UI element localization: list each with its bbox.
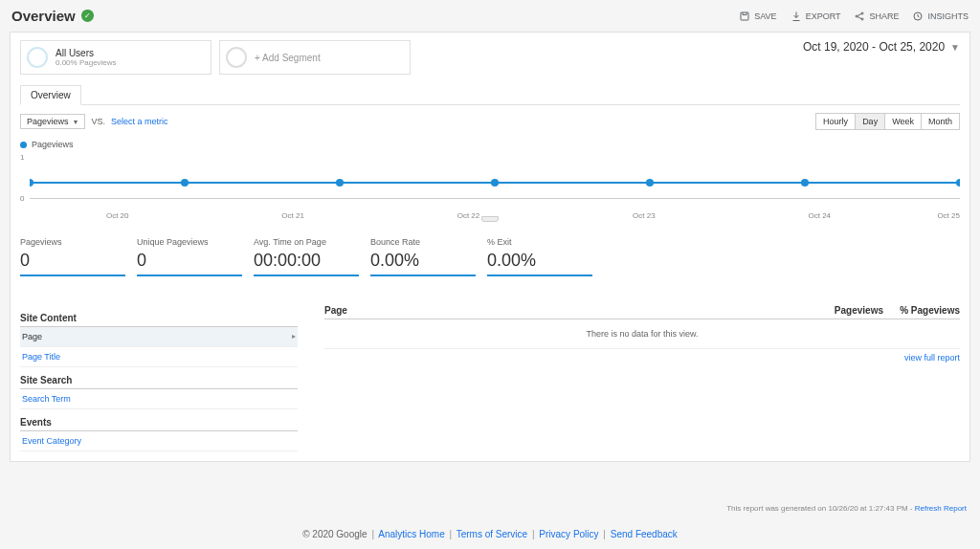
report-generated-text: This report was generated on 10/26/20 at… [726,504,967,513]
segment-circle-icon [27,47,48,68]
metric-label: Bounce Rate [370,237,476,247]
metric-underline [137,274,242,276]
export-icon [791,11,802,22]
segment-subtitle: 0.00% Pageviews [56,58,117,67]
footer: © 2020 Google | Analytics Home | Terms o… [0,529,980,539]
footer-privacy[interactable]: Privacy Policy [539,529,598,539]
metric-pageviews[interactable]: Pageviews 0 [20,237,125,276]
metric-bounce-rate[interactable]: Bounce Rate 0.00% [370,237,476,276]
shield-check-icon [81,10,94,22]
date-range-label: Oct 19, 2020 - Oct 25, 2020 [803,40,945,54]
metrics-row: Pageviews 0 Unique Pageviews 0 Avg. Time… [20,237,960,276]
section-site-content: Site Content [20,313,298,327]
tab-overview[interactable]: Overview [20,85,81,105]
dim-page-title[interactable]: Page Title [20,347,298,367]
metric-underline [487,274,592,276]
dim-search-term[interactable]: Search Term [20,389,298,409]
footer-terms[interactable]: Terms of Service [457,529,527,539]
share-label: SHARE [869,11,899,21]
chart-grip-icon[interactable] [481,216,499,222]
export-label: EXPORT [806,11,841,21]
y-tick-1: 1 [20,153,24,162]
share-button[interactable]: SHARE [854,11,899,22]
metric-unique-pageviews[interactable]: Unique Pageviews 0 [137,237,242,276]
metric-value: 0 [137,251,242,271]
line-chart: 1 0 Oct 20 Oct 21 Oct 22 Oct 23 Oct 24 O… [20,153,960,220]
select-metric-link[interactable]: Select a metric [111,117,168,126]
refresh-report-link[interactable]: Refresh Report [915,504,967,513]
view-full-report-link[interactable]: view full report [324,353,960,362]
segment-all-users[interactable]: All Users 0.00% Pageviews [20,40,212,75]
metric-underline [20,274,125,276]
metric-exit[interactable]: % Exit 0.00% [487,237,592,276]
metric-dropdown[interactable]: Pageviews ▼ [20,114,85,129]
granularity-day[interactable]: Day [856,114,885,129]
insights-label: INSIGHTS [927,11,969,21]
dim-page[interactable]: Page [20,327,298,347]
svg-point-3 [861,18,863,20]
footer-analytics-home[interactable]: Analytics Home [378,529,444,539]
insights-icon [912,11,924,22]
section-events: Events [20,417,298,431]
legend-dot-icon [20,142,27,148]
svg-point-10 [646,179,654,187]
svg-rect-0 [741,12,748,20]
chevron-down-icon: ▼ [950,42,960,53]
no-data-message: There is no data for this view. [324,319,960,349]
footer-feedback[interactable]: Send Feedback [611,529,678,539]
dim-event-category[interactable]: Event Category [20,431,298,451]
metric-label: Unique Pageviews [137,237,242,247]
metric-value: 0.00% [487,251,592,271]
svg-point-9 [491,179,499,187]
granularity-month[interactable]: Month [922,114,959,129]
vs-label: VS. [91,117,105,126]
metric-value: 0.00% [370,251,476,271]
svg-point-8 [336,179,344,187]
save-button[interactable]: SAVE [739,11,776,22]
share-icon [854,11,865,22]
table-header: Page Pageviews % Pageviews [324,305,960,319]
y-tick-0: 0 [20,194,24,203]
metric-underline [370,274,476,276]
th-page[interactable]: Page [324,305,816,316]
granularity-group: Hourly Day Week Month [815,113,960,130]
th-pct-pageviews[interactable]: % Pageviews [883,305,960,316]
save-icon [739,11,750,22]
metric-avg-time[interactable]: Avg. Time on Page 00:00:00 [254,237,359,276]
metric-underline [254,274,359,276]
th-pageviews[interactable]: Pageviews [816,305,883,316]
add-segment-label: + Add Segment [255,53,321,63]
save-label: SAVE [754,11,776,21]
svg-point-11 [801,179,809,187]
metric-label: Pageviews [20,237,125,247]
svg-point-6 [30,179,33,187]
svg-point-2 [861,12,863,14]
footer-copyright: © 2020 Google [302,529,367,539]
page-title: Overview [11,8,76,24]
metric-label: % Exit [487,237,592,247]
segment-add-circle-icon [226,47,247,68]
metric-dropdown-label: Pageviews [27,117,69,126]
metric-value: 00:00:00 [254,251,359,271]
date-range-picker[interactable]: Oct 19, 2020 - Oct 25, 2020 ▼ [803,40,960,54]
granularity-week[interactable]: Week [885,114,922,129]
legend-series-label: Pageviews [32,140,74,149]
insights-button[interactable]: INSIGHTS [912,11,969,22]
chart-line [30,178,960,187]
segment-title: All Users [56,48,117,58]
section-site-search: Site Search [20,375,298,389]
export-button[interactable]: EXPORT [791,11,841,22]
metric-label: Avg. Time on Page [254,237,359,247]
svg-point-7 [181,179,189,187]
granularity-hourly[interactable]: Hourly [816,114,856,129]
svg-point-1 [856,15,858,17]
metric-value: 0 [20,251,125,271]
x-axis-line [30,198,960,199]
svg-point-12 [956,179,960,187]
chart-legend: Pageviews [20,140,960,149]
caret-down-icon: ▼ [73,119,79,125]
add-segment-button[interactable]: + Add Segment [219,40,411,75]
